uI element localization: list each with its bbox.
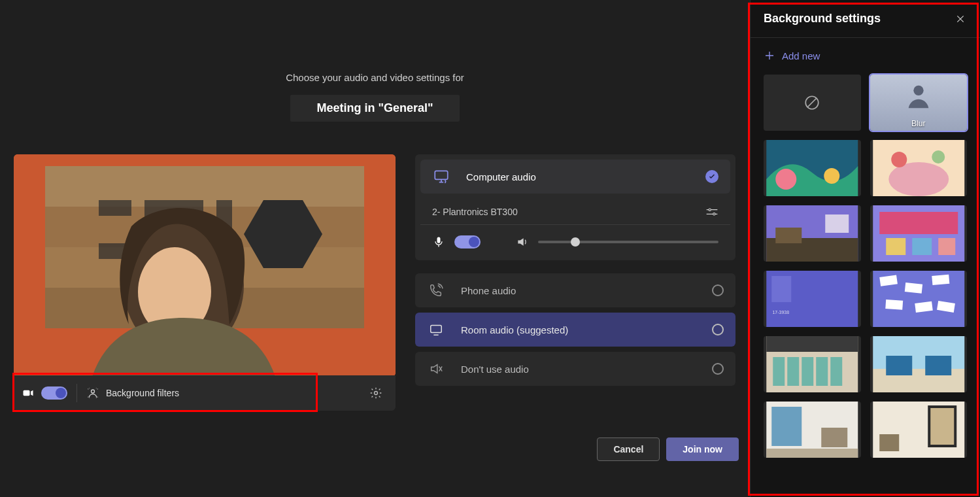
video-panel: Background filters: [14, 154, 396, 411]
phone-icon: [429, 283, 443, 298]
svg-rect-14: [437, 237, 441, 243]
svg-rect-11: [435, 171, 448, 179]
svg-point-17: [913, 86, 923, 95]
volume-slider[interactable]: [538, 241, 718, 243]
svg-text:17-3938: 17-3938: [772, 310, 789, 315]
bg-tile-label: Blur: [870, 119, 968, 128]
audio-option-label: Computer audio: [466, 171, 705, 182]
monitor-icon: [429, 322, 443, 337]
svg-rect-47: [787, 357, 799, 386]
background-filters-icon: [86, 386, 99, 400]
svg-rect-62: [879, 434, 899, 451]
device-settings-button[interactable]: [364, 381, 388, 405]
video-controls: Background filters: [14, 375, 396, 411]
svg-rect-49: [816, 357, 828, 386]
svg-rect-35: [771, 276, 791, 302]
video-preview: [14, 154, 396, 377]
svg-rect-40: [932, 275, 949, 285]
svg-rect-31: [886, 238, 905, 255]
svg-rect-48: [802, 357, 813, 386]
svg-rect-58: [766, 449, 858, 458]
svg-point-20: [824, 168, 839, 184]
bg-tile-image[interactable]: [870, 205, 968, 262]
svg-rect-45: [766, 336, 858, 352]
monitor-icon: [433, 168, 450, 185]
svg-rect-33: [938, 238, 955, 255]
bg-tile-image[interactable]: [870, 271, 968, 327]
check-icon: [705, 170, 718, 183]
svg-rect-41: [885, 300, 903, 310]
page-title: Meeting in "General": [290, 95, 459, 122]
bg-tile-image[interactable]: [764, 336, 861, 392]
bg-tile-none[interactable]: [764, 75, 861, 131]
speaker-off-icon: [429, 362, 443, 376]
audio-option-room[interactable]: Room audio (suggested): [415, 313, 735, 347]
person-icon: [904, 80, 934, 111]
svg-rect-53: [886, 356, 912, 375]
background-filters-button[interactable]: Background filters: [86, 386, 364, 400]
sliders-icon: [705, 205, 718, 218]
mic-toggle[interactable]: [454, 235, 481, 248]
plus-icon: [764, 50, 775, 61]
audio-device-select[interactable]: 2- Plantronics BT300: [420, 194, 730, 225]
bg-tile-image[interactable]: [870, 336, 968, 392]
svg-point-22: [888, 162, 949, 196]
bg-tile-image[interactable]: 17-3938: [764, 271, 861, 327]
radio-icon: [712, 324, 724, 335]
bg-tile-image[interactable]: [764, 140, 861, 196]
svg-point-24: [932, 150, 945, 163]
svg-rect-8: [24, 390, 30, 396]
svg-rect-57: [821, 428, 847, 447]
bg-tile-image[interactable]: [764, 205, 861, 262]
background-settings-panel: Background settings Add new Blur: [750, 0, 980, 497]
cancel-button[interactable]: Cancel: [597, 437, 660, 461]
svg-point-13: [713, 213, 715, 214]
svg-rect-27: [775, 228, 802, 243]
sidebar-title: Background settings: [764, 12, 954, 26]
audio-option-label: Phone audio: [461, 285, 712, 296]
svg-rect-46: [773, 357, 785, 386]
svg-rect-61: [930, 408, 954, 445]
bg-tile-blur[interactable]: Blur: [870, 75, 968, 131]
none-icon: [803, 94, 820, 111]
radio-icon: [712, 363, 724, 375]
svg-rect-15: [431, 326, 442, 333]
gear-icon: [369, 386, 382, 400]
radio-icon: [712, 284, 724, 296]
svg-rect-50: [830, 357, 842, 386]
join-now-button[interactable]: Join now: [666, 437, 739, 461]
bg-tile-image[interactable]: [870, 140, 968, 196]
audio-option-label: Room audio (suggested): [461, 324, 712, 335]
speaker-icon: [516, 235, 529, 248]
svg-rect-39: [904, 283, 922, 294]
background-filters-label: Background filters: [106, 388, 179, 398]
svg-rect-56: [771, 407, 802, 446]
svg-point-23: [891, 152, 907, 167]
video-toggle[interactable]: [41, 386, 67, 400]
add-new-label: Add new: [782, 50, 820, 61]
video-preview-image: [14, 154, 396, 377]
bg-tile-image[interactable]: [764, 402, 861, 458]
audio-option-label: Don't use audio: [461, 364, 712, 375]
svg-rect-32: [912, 238, 932, 255]
close-button[interactable]: [954, 12, 967, 26]
bg-tile-image[interactable]: [870, 402, 968, 458]
audio-option-none[interactable]: Don't use audio: [415, 352, 735, 386]
audio-option-computer[interactable]: Computer audio: [420, 160, 730, 194]
svg-rect-30: [879, 212, 958, 234]
page-subtitle: Choose your audio and video settings for: [0, 72, 750, 83]
audio-device-name: 2- Plantronics BT300: [432, 207, 705, 217]
video-icon: [22, 386, 35, 400]
add-new-button[interactable]: Add new: [764, 50, 967, 61]
svg-point-12: [709, 209, 711, 211]
audio-panel: Computer audio 2- Plantronics BT300: [415, 154, 735, 411]
svg-point-10: [375, 392, 378, 395]
mic-icon: [432, 235, 445, 248]
svg-point-9: [92, 390, 95, 393]
svg-rect-28: [825, 214, 849, 233]
close-icon: [955, 14, 966, 24]
svg-point-19: [775, 169, 796, 190]
svg-rect-54: [925, 356, 951, 375]
svg-rect-2: [45, 166, 364, 207]
audio-option-phone[interactable]: Phone audio: [415, 273, 735, 307]
